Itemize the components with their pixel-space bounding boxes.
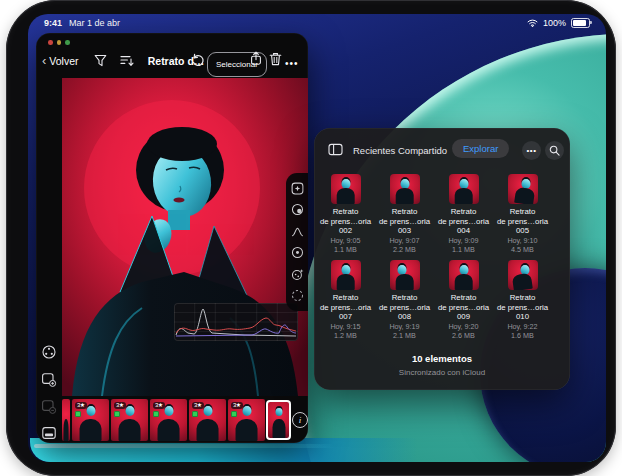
file-item[interactable]: Retrato de prens…oria 010 Hoy, 9:22 1.6 …: [493, 260, 552, 340]
back-button[interactable]: ‹ Volver: [42, 52, 79, 70]
filmstrip-thumbnail[interactable]: 3★: [189, 399, 226, 441]
history-reset-icon[interactable]: [291, 289, 304, 302]
white-balance-icon[interactable]: [291, 246, 304, 259]
filmstrip-thumbnail[interactable]: 3★: [228, 399, 265, 441]
tab-compartido[interactable]: Compartido: [398, 145, 447, 156]
ipad-screen: 9:41 Mar 1 de abr 100% ‹ Volver: [28, 14, 606, 462]
filmstrip-thumbnail[interactable]: 3★: [150, 399, 187, 441]
status-bar: 9:41 Mar 1 de abr 100%: [28, 14, 606, 32]
file-name-line2: de prens…oria 004: [434, 217, 493, 236]
filmstrip-thumbnail[interactable]: 3★: [72, 399, 109, 441]
file-date: Hoy, 9:10: [493, 236, 552, 245]
sidebar-toggle-icon[interactable]: [328, 143, 343, 156]
copy-edits-icon[interactable]: [40, 371, 57, 388]
file-thumbnail: [331, 174, 361, 204]
file-size: 2.2 MB: [375, 245, 434, 254]
file-name-line1: Retrato: [434, 207, 493, 217]
more-menu-button[interactable]: •••: [522, 141, 541, 160]
more-options-button[interactable]: •••: [285, 54, 299, 72]
filters-icon[interactable]: [291, 182, 304, 195]
photo-canvas[interactable]: [62, 78, 308, 396]
items-count: 10 elementos: [314, 353, 570, 364]
file-thumbnail: [449, 174, 479, 204]
file-name-line2: de prens…oria 002: [316, 217, 375, 236]
search-button[interactable]: [545, 141, 564, 160]
file-item[interactable]: Retrato de prens…oria 009 Hoy, 9:20 2.6 …: [434, 260, 493, 340]
file-item[interactable]: Retrato de prens…oria 003 Hoy, 9:07 2.2 …: [375, 174, 434, 254]
file-name-line1: Retrato: [375, 207, 434, 217]
file-size: 4.5 MB: [493, 245, 552, 254]
rating-badge: 3★: [114, 402, 126, 409]
tab-explorar-selected[interactable]: Explorar: [452, 139, 509, 158]
file-item[interactable]: Retrato de prens…oria 005 Hoy, 9:10 4.5 …: [493, 174, 552, 254]
rating-badge: 3★: [75, 402, 87, 409]
file-name-line1: Retrato: [493, 207, 552, 217]
battery-icon: [571, 18, 590, 28]
file-name-line2: de prens…oria 007: [316, 303, 375, 322]
file-size: 1.1 MB: [316, 245, 375, 254]
edit-tools-rail: [286, 173, 308, 311]
file-name-line1: Retrato: [493, 293, 552, 303]
curves-icon[interactable]: [291, 225, 304, 238]
filmstrip: 3★ 3★ 3★ 3★ 3★: [62, 399, 292, 441]
filmstrip-thumbnail-selected[interactable]: [266, 400, 291, 440]
file-item[interactable]: Retrato de prens…oria 008 Hoy, 9:19 2.1 …: [375, 260, 434, 340]
file-date: Hoy, 9:05: [316, 236, 375, 245]
file-name-line1: Retrato: [316, 293, 375, 303]
file-name-line1: Retrato: [316, 207, 375, 217]
window-close-dot[interactable]: [48, 40, 53, 45]
rating-badge: 3★: [192, 402, 204, 409]
file-size: 2.6 MB: [434, 331, 493, 340]
file-name-line2: de prens…oria 008: [375, 303, 434, 322]
photo-editor-window: ‹ Volver Retrato d… Seleccionar •••: [36, 33, 308, 443]
filmstrip-thumbnail[interactable]: 3★: [111, 399, 148, 441]
sort-icon[interactable]: [120, 54, 134, 67]
green-flag-badge: [153, 411, 159, 417]
file-date: Hoy, 9:07: [375, 236, 434, 245]
file-name-line2: de prens…oria 009: [434, 303, 493, 322]
file-name-line2: de prens…oria 010: [493, 303, 552, 322]
file-size: 1.2 MB: [316, 331, 375, 340]
tab-recientes[interactable]: Recientes: [353, 145, 395, 156]
trash-icon[interactable]: [269, 52, 282, 66]
window-controls[interactable]: [48, 40, 70, 45]
file-size: 1.1 MB: [434, 245, 493, 254]
file-size: 1.6 MB: [493, 331, 552, 340]
wifi-icon: [527, 19, 538, 27]
green-flag-badge: [192, 411, 198, 417]
file-name-line2: de prens…oria 003: [375, 217, 434, 236]
grain-effects-icon[interactable]: [291, 268, 304, 281]
green-flag-badge: [231, 411, 237, 417]
file-date: Hoy, 9:09: [434, 236, 493, 245]
share-icon[interactable]: [249, 51, 263, 66]
file-thumbnail: [390, 260, 420, 290]
file-item[interactable]: Retrato de prens…oria 002 Hoy, 9:05 1.1 …: [316, 174, 375, 254]
chevron-left-icon: ‹: [42, 56, 46, 66]
icloud-sync-status: Sincronizado con iCloud: [314, 368, 570, 377]
search-icon: [549, 145, 560, 156]
file-name-line1: Retrato: [375, 293, 434, 303]
file-item[interactable]: Retrato de prens…oria 004 Hoy, 9:09 1.1 …: [434, 174, 493, 254]
adjustments-icon[interactable]: [40, 343, 57, 360]
histogram-overlay: [174, 303, 298, 341]
battery-percent: 100%: [543, 18, 566, 28]
rating-badge: 3★: [231, 402, 243, 409]
filmstrip-toggle-icon[interactable]: [40, 424, 57, 441]
info-button[interactable]: i: [292, 412, 308, 428]
window-zoom-dot[interactable]: [65, 40, 70, 45]
paste-edits-icon[interactable]: [40, 398, 57, 415]
file-thumbnail: [331, 260, 361, 290]
file-thumbnail: [508, 174, 538, 204]
green-flag-badge: [114, 411, 120, 417]
undo-icon[interactable]: [191, 53, 205, 67]
portrait-photo: [62, 78, 308, 396]
file-size: 2.1 MB: [375, 331, 434, 340]
ellipsis-icon: •••: [527, 146, 537, 155]
filter-funnel-icon[interactable]: [94, 54, 107, 67]
file-date: Hoy, 9:22: [493, 322, 552, 331]
duotone-icon[interactable]: [291, 203, 304, 216]
file-date: Hoy, 9:20: [434, 322, 493, 331]
filmstrip-thumbnail[interactable]: [62, 399, 70, 441]
window-minimize-dot[interactable]: [57, 40, 62, 45]
file-item[interactable]: Retrato de prens…oria 007 Hoy, 9:15 1.2 …: [316, 260, 375, 340]
